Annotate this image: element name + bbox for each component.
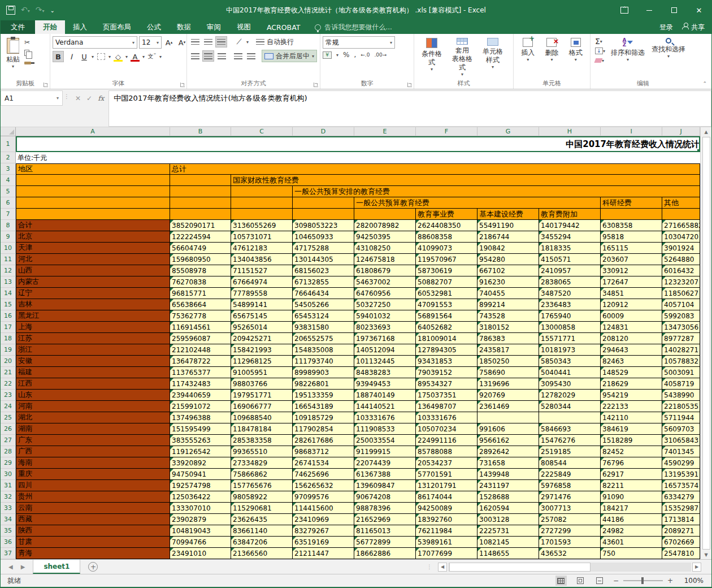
row-header-10[interactable]: 10 — [1, 243, 16, 254]
data-cell-E33[interactable]: 98878396 — [354, 503, 416, 514]
data-cell-J16[interactable]: 5992083 — [662, 310, 700, 322]
data-cell-C36[interactable]: 63847206 — [231, 537, 293, 548]
row-header-29[interactable]: 29 — [1, 457, 16, 469]
data-cell-D33[interactable]: 114415600 — [293, 503, 354, 514]
data-cell-E30[interactable]: 61367388 — [354, 469, 416, 480]
tab-ACROBAT[interactable]: ACROBAT — [259, 20, 308, 34]
new-sheet-button[interactable]: + — [88, 562, 98, 572]
italic-button[interactable]: I — [66, 51, 77, 62]
find-select-button[interactable]: 查找和选择▾ — [648, 36, 689, 79]
region-cell-A12[interactable]: 山西 — [16, 265, 170, 276]
data-cell-F33[interactable]: 94250089 — [416, 503, 477, 514]
data-cell-I34[interactable]: 44186 — [601, 514, 662, 525]
increase-indent-button[interactable] — [245, 50, 257, 62]
row-header-18[interactable]: 18 — [1, 333, 16, 344]
data-cell-H33[interactable]: 3007713 — [539, 503, 601, 514]
data-cell-J22[interactable]: 4058719 — [662, 378, 700, 390]
data-cell-G34[interactable]: 3003128 — [477, 514, 539, 525]
data-cell-C20[interactable]: 112968125 — [231, 356, 293, 367]
region-cell-A17[interactable]: 上海 — [16, 322, 170, 333]
header-cell-E7[interactable] — [354, 209, 416, 220]
tab-公式[interactable]: 公式 — [139, 20, 169, 34]
data-cell-F23[interactable]: 175037351 — [416, 390, 477, 401]
data-cell-G21[interactable]: 758690 — [477, 367, 539, 378]
collapse-ribbon-icon[interactable]: ⌃ — [702, 81, 707, 87]
data-cell-D15[interactable]: 54505266 — [293, 299, 354, 310]
data-cell-J31[interactable]: 16573574 — [662, 480, 700, 491]
data-cell-E10[interactable]: 43108250 — [354, 243, 416, 254]
phonetic-guide-button[interactable]: 文˘ — [146, 51, 158, 62]
data-cell-H11[interactable]: 4150571 — [539, 254, 601, 265]
data-cell-E11[interactable]: 124675818 — [354, 254, 416, 265]
data-cell-E20[interactable]: 101132445 — [354, 356, 416, 367]
data-cell-B20[interactable]: 136478722 — [170, 356, 231, 367]
redo-icon[interactable]: ↷▾ — [36, 5, 45, 16]
scroll-right-icon[interactable]: ▶ — [692, 563, 701, 572]
data-cell-I19[interactable]: 294643 — [601, 344, 662, 356]
data-cell-F21[interactable]: 79039152 — [416, 367, 477, 378]
data-cell-B30[interactable]: 94750941 — [170, 469, 231, 480]
borders-dropdown[interactable]: ▾ — [108, 54, 111, 59]
data-cell-H16[interactable]: 1765940 — [539, 310, 601, 322]
data-cell-E14[interactable]: 64760956 — [354, 288, 416, 299]
data-cell-I18[interactable]: 208120 — [601, 333, 662, 344]
data-cell-F37[interactable]: 17077699 — [416, 548, 477, 559]
region-cell-A31[interactable]: 四川 — [16, 480, 170, 491]
format-cells-button[interactable]: 格式▾ — [564, 36, 588, 79]
data-cell-D16[interactable]: 65453124 — [293, 310, 354, 322]
data-cell-F34[interactable]: 18392760 — [416, 514, 477, 525]
data-cell-J25[interactable]: 5711944 — [662, 412, 700, 423]
data-cell-B9[interactable]: 122224594 — [170, 231, 231, 243]
header-cell-B6[interactable] — [170, 197, 231, 209]
header-cell-B3[interactable]: 总计 — [170, 163, 700, 175]
data-cell-F19[interactable]: 127894305 — [416, 344, 477, 356]
column-header-J[interactable]: J — [662, 127, 700, 136]
region-cell-A32[interactable]: 贵州 — [16, 491, 170, 503]
column-header-E[interactable]: E — [354, 127, 416, 136]
data-cell-B24[interactable]: 215991072 — [170, 401, 231, 412]
delete-cells-button[interactable]: 删除▾ — [540, 36, 563, 79]
data-cell-I21[interactable]: 148529 — [601, 367, 662, 378]
sheet-tab-sheet1[interactable]: sheet1 — [33, 560, 80, 574]
underline-dropdown[interactable]: ▾ — [92, 54, 94, 59]
login-button[interactable]: 登录 — [659, 23, 673, 32]
data-cell-E34[interactable]: 21652969 — [354, 514, 416, 525]
data-cell-G35[interactable]: 2225731 — [477, 525, 539, 537]
data-cell-J23[interactable]: 5438990 — [662, 390, 700, 401]
tab-页面布局[interactable]: 页面布局 — [95, 20, 139, 34]
align-middle-button[interactable] — [202, 36, 214, 47]
data-cell-C13[interactable]: 67664974 — [231, 276, 293, 288]
data-cell-J8[interactable]: 271665882 — [662, 220, 700, 231]
data-cell-E18[interactable]: 197367168 — [354, 333, 416, 344]
comma-style-button[interactable]: , — [354, 51, 356, 59]
data-cell-B8[interactable]: 3852090171 — [170, 220, 231, 231]
maximize-button[interactable] — [662, 0, 687, 20]
data-cell-G20[interactable]: 1850250 — [477, 356, 539, 367]
header-cell-J6[interactable]: 其他 — [662, 197, 700, 209]
data-cell-I30[interactable]: 62917 — [601, 469, 662, 480]
data-cell-J37[interactable]: 2547810 — [662, 548, 700, 559]
data-cell-F26[interactable]: 105070234 — [416, 423, 477, 435]
data-cell-J15[interactable]: 4057104 — [662, 299, 700, 310]
data-cell-D19[interactable]: 154835008 — [293, 344, 354, 356]
data-cell-D17[interactable]: 93831580 — [293, 322, 354, 333]
data-cell-B32[interactable]: 125036422 — [170, 491, 231, 503]
data-cell-H14[interactable]: 3487520 — [539, 288, 601, 299]
horizontal-scrollbar[interactable] — [448, 563, 691, 572]
decrease-indent-button[interactable] — [232, 50, 244, 62]
data-cell-F11[interactable]: 119570967 — [416, 254, 477, 265]
data-cell-G24[interactable]: 2361469 — [477, 401, 539, 412]
tab-审阅[interactable]: 审阅 — [199, 20, 229, 34]
row-header-34[interactable]: 34 — [1, 514, 16, 525]
header-cell-E6[interactable]: 一般公共预算教育经费 — [354, 197, 601, 209]
data-cell-H35[interactable]: 2727299 — [539, 525, 601, 537]
data-cell-H19[interactable]: 10181973 — [539, 344, 601, 356]
cell-A2-unit[interactable]: 单位:千元 — [16, 152, 700, 163]
row-header-22[interactable]: 22 — [1, 378, 16, 390]
data-cell-H13[interactable]: 2838065 — [539, 276, 601, 288]
data-cell-I33[interactable]: 184217 — [601, 503, 662, 514]
data-cell-E23[interactable]: 188740149 — [354, 390, 416, 401]
data-cell-I10[interactable]: 165115 — [601, 243, 662, 254]
region-cell-A21[interactable]: 福建 — [16, 367, 170, 378]
region-cell-A9[interactable]: 北京 — [16, 231, 170, 243]
